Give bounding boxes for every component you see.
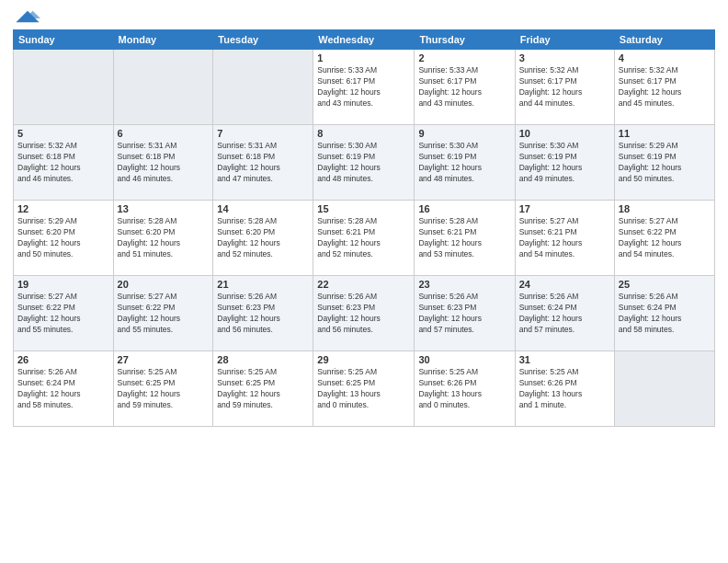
calendar-cell: 25Sunrise: 5:26 AM Sunset: 6:24 PM Dayli…: [614, 276, 714, 351]
day-info: Sunrise: 5:30 AM Sunset: 6:19 PM Dayligh…: [519, 141, 610, 185]
day-number: 14: [217, 203, 309, 214]
weekday-header: Monday: [113, 30, 213, 50]
day-number: 18: [619, 203, 711, 214]
day-number: 7: [217, 128, 309, 139]
day-info: Sunrise: 5:26 AM Sunset: 6:23 PM Dayligh…: [418, 292, 510, 336]
calendar-cell: 14Sunrise: 5:28 AM Sunset: 6:20 PM Dayli…: [213, 201, 313, 276]
day-number: 28: [217, 354, 309, 365]
day-number: 5: [17, 128, 109, 139]
calendar-cell: 24Sunrise: 5:26 AM Sunset: 6:24 PM Dayli…: [515, 276, 614, 351]
day-number: 10: [519, 128, 610, 139]
day-number: 19: [17, 279, 109, 290]
calendar-cell: 30Sunrise: 5:25 AM Sunset: 6:26 PM Dayli…: [415, 351, 515, 427]
day-number: 16: [418, 203, 510, 214]
day-info: Sunrise: 5:27 AM Sunset: 6:22 PM Dayligh…: [619, 216, 711, 260]
calendar-cell: 21Sunrise: 5:26 AM Sunset: 6:23 PM Dayli…: [213, 276, 313, 351]
day-info: Sunrise: 5:26 AM Sunset: 6:24 PM Dayligh…: [17, 367, 109, 411]
day-number: 13: [118, 203, 210, 214]
day-number: 31: [519, 354, 610, 365]
day-number: 15: [317, 203, 410, 214]
calendar-cell: 4Sunrise: 5:32 AM Sunset: 6:17 PM Daylig…: [614, 50, 714, 125]
calendar-cell: 27Sunrise: 5:25 AM Sunset: 6:25 PM Dayli…: [113, 351, 213, 427]
day-info: Sunrise: 5:31 AM Sunset: 6:18 PM Dayligh…: [118, 141, 210, 185]
weekday-header: Saturday: [614, 30, 714, 50]
calendar-cell: 6Sunrise: 5:31 AM Sunset: 6:18 PM Daylig…: [113, 125, 213, 201]
day-info: Sunrise: 5:30 AM Sunset: 6:19 PM Dayligh…: [317, 141, 410, 185]
day-info: Sunrise: 5:32 AM Sunset: 6:18 PM Dayligh…: [17, 141, 109, 185]
page: SundayMondayTuesdayWednesdayThursdayFrid…: [0, 0, 728, 563]
calendar-cell: 5Sunrise: 5:32 AM Sunset: 6:18 PM Daylig…: [14, 125, 114, 201]
calendar-cell: 18Sunrise: 5:27 AM Sunset: 6:22 PM Dayli…: [614, 201, 714, 276]
day-info: Sunrise: 5:27 AM Sunset: 6:21 PM Dayligh…: [519, 216, 610, 260]
logo: [13, 9, 40, 24]
weekday-header: Tuesday: [213, 30, 313, 50]
calendar-cell: 23Sunrise: 5:26 AM Sunset: 6:23 PM Dayli…: [415, 276, 515, 351]
weekday-header: Thursday: [415, 30, 515, 50]
calendar-cell: 22Sunrise: 5:26 AM Sunset: 6:23 PM Dayli…: [313, 276, 415, 351]
calendar-cell: 10Sunrise: 5:30 AM Sunset: 6:19 PM Dayli…: [515, 125, 614, 201]
day-info: Sunrise: 5:26 AM Sunset: 6:23 PM Dayligh…: [317, 292, 410, 336]
calendar-cell: 3Sunrise: 5:32 AM Sunset: 6:17 PM Daylig…: [515, 50, 614, 125]
day-info: Sunrise: 5:26 AM Sunset: 6:24 PM Dayligh…: [619, 292, 711, 336]
calendar-week-row: 19Sunrise: 5:27 AM Sunset: 6:22 PM Dayli…: [14, 276, 715, 351]
calendar-cell: 28Sunrise: 5:25 AM Sunset: 6:25 PM Dayli…: [213, 351, 313, 427]
day-info: Sunrise: 5:27 AM Sunset: 6:22 PM Dayligh…: [17, 292, 109, 336]
calendar-cell: 15Sunrise: 5:28 AM Sunset: 6:21 PM Dayli…: [313, 201, 415, 276]
calendar-cell: [14, 50, 114, 125]
calendar-cell: 16Sunrise: 5:28 AM Sunset: 6:21 PM Dayli…: [415, 201, 515, 276]
day-number: 29: [317, 354, 410, 365]
calendar-cell: 13Sunrise: 5:28 AM Sunset: 6:20 PM Dayli…: [113, 201, 213, 276]
day-number: 1: [317, 52, 410, 63]
calendar-cell: 29Sunrise: 5:25 AM Sunset: 6:25 PM Dayli…: [313, 351, 415, 427]
day-number: 8: [317, 128, 410, 139]
day-info: Sunrise: 5:28 AM Sunset: 6:21 PM Dayligh…: [418, 216, 510, 260]
day-number: 3: [519, 52, 610, 63]
day-info: Sunrise: 5:25 AM Sunset: 6:26 PM Dayligh…: [519, 367, 610, 411]
day-info: Sunrise: 5:30 AM Sunset: 6:19 PM Dayligh…: [418, 141, 510, 185]
day-number: 21: [217, 279, 309, 290]
day-number: 23: [418, 279, 510, 290]
day-info: Sunrise: 5:27 AM Sunset: 6:22 PM Dayligh…: [118, 292, 210, 336]
day-number: 6: [118, 128, 210, 139]
calendar-cell: 20Sunrise: 5:27 AM Sunset: 6:22 PM Dayli…: [113, 276, 213, 351]
day-info: Sunrise: 5:25 AM Sunset: 6:25 PM Dayligh…: [317, 367, 410, 411]
day-number: 4: [619, 52, 711, 63]
day-number: 12: [17, 203, 109, 214]
day-info: Sunrise: 5:26 AM Sunset: 6:24 PM Dayligh…: [519, 292, 610, 336]
calendar-cell: 9Sunrise: 5:30 AM Sunset: 6:19 PM Daylig…: [415, 125, 515, 201]
day-number: 27: [118, 354, 210, 365]
weekday-header: Sunday: [14, 30, 114, 50]
day-number: 9: [418, 128, 510, 139]
day-info: Sunrise: 5:25 AM Sunset: 6:25 PM Dayligh…: [217, 367, 309, 411]
calendar-week-row: 12Sunrise: 5:29 AM Sunset: 6:20 PM Dayli…: [14, 201, 715, 276]
calendar-cell: 31Sunrise: 5:25 AM Sunset: 6:26 PM Dayli…: [515, 351, 614, 427]
calendar-cell: 7Sunrise: 5:31 AM Sunset: 6:18 PM Daylig…: [213, 125, 313, 201]
day-number: 2: [418, 52, 510, 63]
calendar-cell: 11Sunrise: 5:29 AM Sunset: 6:19 PM Dayli…: [614, 125, 714, 201]
day-info: Sunrise: 5:29 AM Sunset: 6:19 PM Dayligh…: [619, 141, 711, 185]
day-number: 20: [118, 279, 210, 290]
day-number: 25: [619, 279, 711, 290]
day-number: 26: [17, 354, 109, 365]
calendar-cell: 17Sunrise: 5:27 AM Sunset: 6:21 PM Dayli…: [515, 201, 614, 276]
header: [13, 9, 715, 24]
calendar-week-row: 26Sunrise: 5:26 AM Sunset: 6:24 PM Dayli…: [14, 351, 715, 427]
day-number: 11: [619, 128, 711, 139]
calendar-cell: 2Sunrise: 5:33 AM Sunset: 6:17 PM Daylig…: [415, 50, 515, 125]
day-info: Sunrise: 5:32 AM Sunset: 6:17 PM Dayligh…: [619, 65, 711, 109]
day-number: 22: [317, 279, 410, 290]
day-info: Sunrise: 5:32 AM Sunset: 6:17 PM Dayligh…: [519, 65, 610, 109]
day-info: Sunrise: 5:33 AM Sunset: 6:17 PM Dayligh…: [418, 65, 510, 109]
day-info: Sunrise: 5:25 AM Sunset: 6:26 PM Dayligh…: [418, 367, 510, 411]
day-info: Sunrise: 5:28 AM Sunset: 6:20 PM Dayligh…: [118, 216, 210, 260]
day-info: Sunrise: 5:25 AM Sunset: 6:25 PM Dayligh…: [118, 367, 210, 411]
day-info: Sunrise: 5:26 AM Sunset: 6:23 PM Dayligh…: [217, 292, 309, 336]
day-info: Sunrise: 5:28 AM Sunset: 6:20 PM Dayligh…: [217, 216, 309, 260]
calendar-header-row: SundayMondayTuesdayWednesdayThursdayFrid…: [14, 30, 715, 50]
calendar-week-row: 5Sunrise: 5:32 AM Sunset: 6:18 PM Daylig…: [14, 125, 715, 201]
calendar-cell: [113, 50, 213, 125]
logo-icon: [15, 9, 40, 24]
day-info: Sunrise: 5:33 AM Sunset: 6:17 PM Dayligh…: [317, 65, 410, 109]
day-number: 30: [418, 354, 510, 365]
calendar-week-row: 1Sunrise: 5:33 AM Sunset: 6:17 PM Daylig…: [14, 50, 715, 125]
